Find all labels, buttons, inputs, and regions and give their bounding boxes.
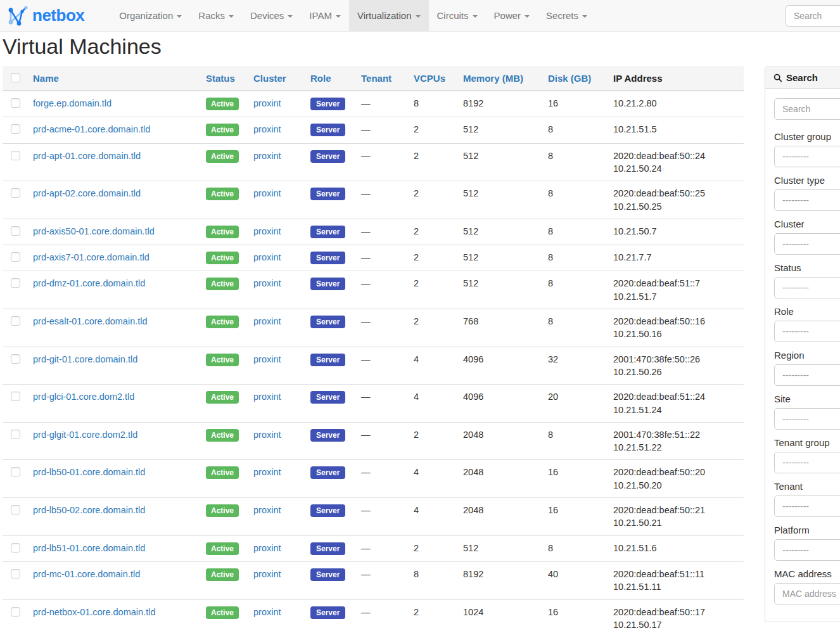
row-checkbox[interactable] [11, 607, 20, 617]
filter-select[interactable]: --------- [774, 539, 840, 561]
vcpus-value: 8 [414, 98, 419, 108]
cluster-link[interactable]: proxint [253, 430, 281, 440]
cluster-link[interactable]: proxint [253, 467, 281, 477]
column-sort-link[interactable]: Tenant [361, 73, 391, 84]
nav-menu-item[interactable]: Secrets [538, 0, 595, 31]
row-checkbox[interactable] [11, 505, 20, 515]
filter-select[interactable]: --------- [774, 364, 840, 386]
filter-select[interactable]: --------- [774, 496, 840, 517]
role-badge[interactable]: Server [310, 391, 345, 404]
vm-name-link[interactable]: prd-mc-01.core.domain.tld [33, 569, 140, 579]
role-badge[interactable]: Server [310, 124, 345, 136]
vm-name-link[interactable]: prd-apt-02.core.domain.tld [33, 188, 141, 198]
ip-address-value: 2020:dead:beaf:50::1710.21.50.17 [608, 599, 744, 633]
nav-menu-item[interactable]: Virtualization [349, 0, 429, 31]
role-badge[interactable]: Server [310, 542, 345, 555]
cluster-link[interactable]: proxint [253, 278, 281, 288]
column-sort-link[interactable]: Memory (MB) [463, 73, 523, 84]
nav-menu-item[interactable]: Power [486, 0, 538, 31]
role-badge[interactable]: Server [310, 568, 345, 581]
cluster-link[interactable]: proxint [253, 569, 281, 579]
row-checkbox[interactable] [11, 569, 20, 579]
vm-name-link[interactable]: prd-netbox-01.core.domain.tld [33, 607, 155, 617]
vm-name-link[interactable]: prd-glgit-01.core.dom2.tld [33, 430, 137, 440]
vm-name-link[interactable]: prd-lb50-02.core.domain.tld [33, 505, 145, 515]
row-checkbox[interactable] [11, 467, 20, 476]
vm-name-link[interactable]: prd-esalt-01.core.domain.tld [33, 316, 148, 326]
row-checkbox[interactable] [11, 543, 20, 553]
filter-select[interactable]: --------- [774, 146, 840, 167]
row-checkbox[interactable] [11, 98, 20, 108]
vm-name-link[interactable]: prd-glci-01.core.dom2.tld [33, 392, 134, 402]
row-checkbox[interactable] [11, 226, 20, 236]
filter-select[interactable]: --------- [774, 189, 840, 211]
vm-name-link[interactable]: prd-acme-01.core.domain.tld [33, 124, 150, 134]
column-sort-link[interactable]: Role [310, 73, 331, 84]
role-badge[interactable]: Server [310, 252, 345, 264]
role-badge[interactable]: Server [310, 466, 345, 479]
cluster-link[interactable]: proxint [253, 505, 281, 515]
filter-select[interactable]: --------- [774, 233, 840, 255]
nav-menu-item[interactable]: Organization [111, 0, 190, 31]
row-checkbox[interactable] [11, 316, 20, 326]
cluster-link[interactable]: proxint [253, 98, 281, 108]
filter-select[interactable]: --------- [774, 277, 840, 298]
cluster-link[interactable]: proxint [253, 151, 281, 161]
role-badge[interactable]: Server [310, 278, 345, 290]
filter-select[interactable]: --------- [774, 321, 840, 342]
row-checkbox[interactable] [11, 354, 20, 364]
role-badge[interactable]: Server [310, 188, 345, 200]
role-badge[interactable]: Server [310, 429, 345, 442]
role-badge[interactable]: Server [310, 354, 345, 366]
column-sort-link[interactable]: Cluster [253, 73, 286, 84]
vm-name-link[interactable]: prd-apt-01.core.domain.tld [33, 151, 141, 161]
netbox-logo[interactable]: netbox [0, 0, 92, 31]
filter-search-input[interactable] [774, 98, 840, 120]
column-sort-link[interactable]: Disk (GB) [548, 73, 591, 84]
row-checkbox[interactable] [11, 392, 20, 401]
vm-name-link[interactable]: prd-lb51-01.core.domain.tld [33, 543, 145, 553]
role-badge[interactable]: Server [310, 226, 345, 238]
filter-select[interactable]: --------- [774, 408, 840, 430]
vm-name-link[interactable]: prd-axis7-01.core.domain.tld [33, 252, 150, 262]
disk-value: 8 [548, 543, 553, 553]
row-checkbox[interactable] [11, 278, 20, 288]
cluster-link[interactable]: proxint [253, 392, 281, 402]
filter-select[interactable]: --------- [774, 452, 840, 473]
vm-name-link[interactable]: prd-dmz-01.core.domain.tld [33, 278, 145, 288]
row-checkbox[interactable] [11, 151, 20, 160]
column-sort-link[interactable]: VCPUs [414, 73, 445, 84]
status-badge: Active [206, 606, 239, 619]
nav-menu-item[interactable]: Racks [190, 0, 242, 31]
cluster-link[interactable]: proxint [253, 124, 281, 134]
role-badge[interactable]: Server [310, 316, 345, 328]
select-all-checkbox[interactable] [11, 73, 20, 82]
column-sort-link[interactable]: Name [33, 73, 59, 84]
cluster-link[interactable]: proxint [253, 252, 281, 262]
cluster-link[interactable]: proxint [253, 226, 281, 236]
role-badge[interactable]: Server [310, 606, 345, 619]
column-sort-link[interactable]: Status [206, 73, 235, 84]
global-search-input[interactable] [786, 5, 840, 27]
cluster-link[interactable]: proxint [253, 607, 281, 617]
nav-menu-item[interactable]: IPAM [301, 0, 349, 31]
row-checkbox[interactable] [11, 124, 20, 134]
nav-menu-item[interactable]: Circuits [429, 0, 486, 31]
cluster-link[interactable]: proxint [253, 354, 281, 364]
role-badge[interactable]: Server [310, 150, 345, 163]
vm-name-link[interactable]: forge.ep.domain.tld [33, 98, 111, 108]
row-checkbox[interactable] [11, 430, 20, 439]
vm-name-link[interactable]: prd-axis50-01.core.domain.tld [33, 226, 155, 236]
vm-name-link[interactable]: prd-lb50-01.core.domain.tld [33, 467, 145, 477]
mac-address-input[interactable] [774, 583, 840, 604]
nav-menu-item[interactable]: Devices [242, 0, 301, 31]
cluster-link[interactable]: proxint [253, 316, 281, 326]
role-badge[interactable]: Server [310, 504, 345, 517]
cluster-link[interactable]: proxint [253, 543, 281, 553]
cluster-link[interactable]: proxint [253, 188, 281, 198]
status-badge: Active [206, 429, 239, 442]
row-checkbox[interactable] [11, 252, 20, 262]
role-badge[interactable]: Server [310, 98, 345, 110]
row-checkbox[interactable] [11, 188, 20, 198]
vm-name-link[interactable]: prd-git-01.core.domain.tld [33, 354, 137, 364]
